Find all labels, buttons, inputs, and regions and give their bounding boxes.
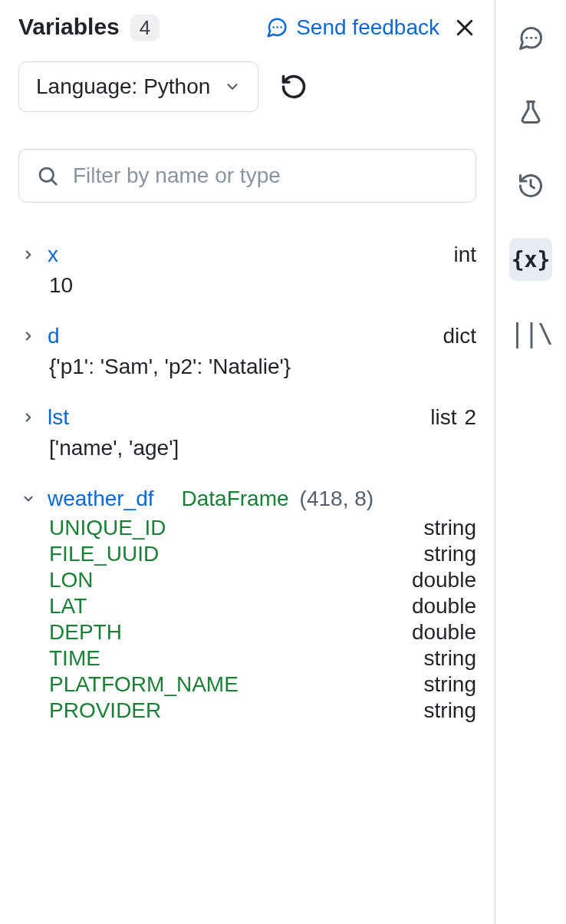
variable-list: x int 10 d dict {'p1': 'Sam', 'p2': 'Nat… (18, 243, 476, 749)
sidebar-history-button[interactable] (509, 164, 552, 207)
chevron-down-icon (224, 78, 241, 95)
column-type: string (424, 698, 476, 723)
filter-input[interactable] (73, 163, 459, 188)
variable-item: d dict {'p1': 'Sam', 'p2': 'Natalie'} (18, 324, 476, 379)
right-sidebar: {x} ||\ (495, 0, 566, 924)
variable-item: x int 10 (18, 243, 476, 298)
panel-header: Variables 4 Send feedback (18, 14, 476, 41)
variable-name: d (48, 324, 60, 348)
svg-point-9 (535, 37, 537, 39)
language-select[interactable]: Language: Python (18, 61, 258, 112)
variable-item: lst list 2 ['name', 'age'] (18, 405, 476, 460)
header-left: Variables 4 (18, 14, 160, 41)
variable-value: {'p1': 'Sam', 'p2': 'Natalie'} (49, 355, 476, 379)
header-right: Send feedback (265, 15, 476, 40)
chevron-down-icon[interactable] (18, 492, 38, 506)
column-type: string (424, 542, 476, 566)
column-type: string (424, 672, 476, 697)
column-name: DEPTH (49, 620, 122, 645)
column-type: string (424, 516, 476, 540)
search-icon (36, 164, 59, 187)
column-name: TIME (49, 646, 100, 671)
sidebar-experiments-button[interactable] (509, 91, 552, 134)
variables-icon: {x} (512, 247, 551, 272)
send-feedback-label: Send feedback (296, 15, 439, 40)
variable-value: ['name', 'age'] (49, 436, 476, 460)
variable-item-dataframe: weather_df DataFrame (418, 8) UNIQUE_IDs… (18, 487, 476, 723)
dataframe-column: UNIQUE_IDstring (49, 516, 476, 540)
chevron-right-icon[interactable] (18, 411, 38, 424)
comment-icon (517, 25, 545, 52)
variable-value: 10 (49, 273, 476, 298)
variable-row[interactable]: d dict (18, 324, 476, 348)
variable-type: int (453, 243, 476, 267)
svg-point-7 (525, 37, 528, 39)
variable-name: weather_df (48, 487, 154, 511)
svg-point-8 (530, 37, 532, 39)
variable-type: dict (443, 324, 476, 348)
column-type: double (412, 568, 476, 592)
filter-field[interactable] (18, 149, 476, 203)
send-feedback-button[interactable]: Send feedback (265, 15, 439, 40)
dataframe-type: DataFrame (182, 487, 289, 511)
controls-row: Language: Python (18, 61, 476, 112)
dataframe-column: LATdouble (49, 594, 476, 619)
dataframe-column: PROVIDERstring (49, 698, 476, 723)
refresh-button[interactable] (280, 73, 308, 101)
dataframe-column: DEPTHdouble (49, 620, 476, 645)
variable-type: list (430, 405, 456, 430)
dataframe-column: PLATFORM_NAMEstring (49, 672, 476, 697)
sidebar-comments-button[interactable] (509, 17, 552, 60)
dataframe-column: TIMEstring (49, 646, 476, 671)
svg-line-6 (51, 180, 56, 184)
variable-row[interactable]: weather_df DataFrame (418, 8) (18, 487, 476, 511)
close-button[interactable] (453, 16, 476, 39)
svg-point-2 (281, 26, 283, 28)
variable-count: 2 (464, 405, 476, 430)
beaker-icon (517, 98, 545, 126)
panel-title: Variables (18, 14, 120, 40)
variable-name: lst (48, 405, 69, 430)
column-name: LAT (49, 594, 87, 619)
variable-row[interactable]: lst list 2 (18, 405, 476, 430)
variable-row[interactable]: x int (18, 243, 476, 267)
sidebar-columns-button[interactable]: ||\ (509, 312, 552, 355)
sidebar-variables-button[interactable]: {x} (509, 238, 552, 281)
dataframe-column: LONdouble (49, 568, 476, 592)
column-type: string (424, 646, 476, 671)
dataframe-columns: UNIQUE_IDstring FILE_UUIDstring LONdoubl… (49, 516, 476, 723)
language-select-label: Language: Python (36, 74, 210, 99)
dataframe-shape: (418, 8) (300, 487, 374, 511)
column-type: double (412, 620, 476, 645)
column-name: LON (49, 568, 94, 592)
column-type: double (412, 594, 476, 619)
svg-point-1 (277, 26, 279, 28)
dataframe-column: FILE_UUIDstring (49, 542, 476, 566)
history-icon (517, 172, 545, 200)
chevron-right-icon[interactable] (18, 329, 38, 343)
variable-name: x (48, 243, 58, 267)
columns-icon: ||\ (509, 318, 551, 348)
comment-icon (265, 16, 288, 39)
column-name: FILE_UUID (49, 542, 159, 566)
column-name: PLATFORM_NAME (49, 672, 239, 697)
variable-count-badge: 4 (130, 15, 160, 41)
svg-point-0 (273, 26, 275, 28)
chevron-right-icon[interactable] (18, 248, 38, 262)
column-name: PROVIDER (49, 698, 161, 723)
column-name: UNIQUE_ID (49, 516, 166, 540)
variables-panel: Variables 4 Send feedback Language: Pyth… (0, 0, 495, 924)
